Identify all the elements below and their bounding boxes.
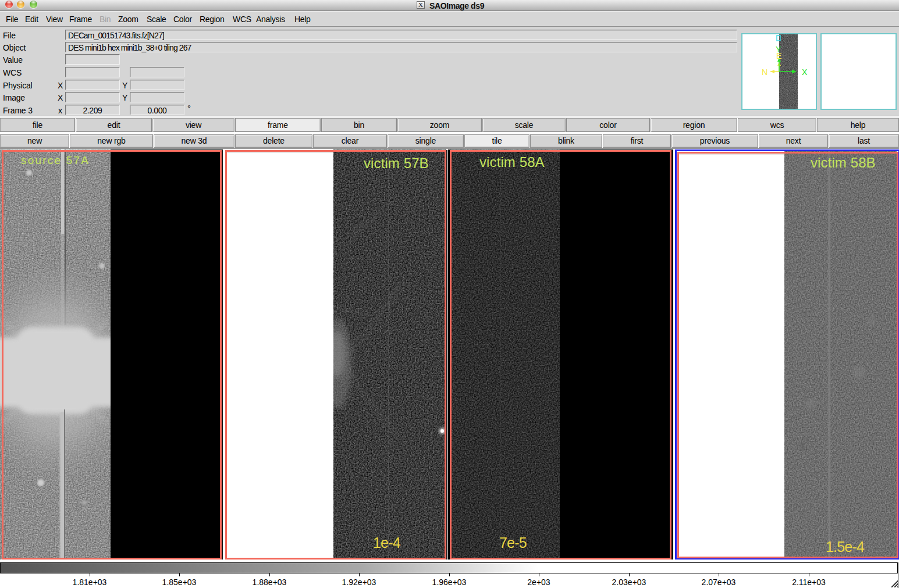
svg-text:N: N xyxy=(762,67,767,77)
svg-text:X: X xyxy=(802,67,808,77)
svg-text:Y: Y xyxy=(776,45,781,54)
